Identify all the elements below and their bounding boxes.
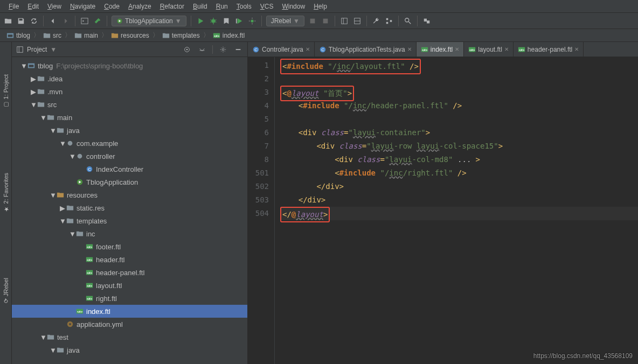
code-line[interactable]: <div class="layui-container"> — [280, 126, 638, 139]
close-icon[interactable]: ✕ — [407, 46, 412, 52]
structure-icon[interactable] — [384, 16, 394, 26]
menu-run[interactable]: Run — [212, 2, 232, 11]
run-config-selector[interactable]: TblogApplication ▼ — [112, 16, 186, 26]
menu-vcs[interactable]: VCS — [256, 2, 278, 11]
breadcrumb-main[interactable]: main — [72, 32, 100, 39]
editor-tab-controller-java[interactable]: CController.java✕ — [248, 42, 315, 57]
menu-edit[interactable]: Edit — [23, 2, 43, 11]
breadcrumb-src[interactable]: src — [41, 32, 64, 39]
tree-src[interactable]: ▼src — [12, 98, 247, 111]
gear-icon[interactable] — [218, 45, 228, 54]
menu-help[interactable]: Help — [309, 2, 331, 11]
menu-view[interactable]: View — [43, 2, 66, 11]
jrebel-label: JRebel — [271, 17, 291, 25]
menu-tools[interactable]: Tools — [232, 2, 256, 11]
breadcrumb-resources[interactable]: resources — [109, 32, 151, 39]
tree-footer-ftl[interactable]: <#>footer.ftl — [12, 240, 247, 253]
stop2-icon[interactable] — [321, 16, 330, 26]
editor-tab-layout-ftl[interactable]: <#>layout.ftl✕ — [464, 42, 514, 57]
collapse-icon[interactable] — [197, 45, 207, 54]
code-area[interactable]: <#include "/inc/layout.ftl" /><@layout "… — [275, 57, 638, 364]
code-line[interactable]: <#include "/inc/layout.ftl" /> — [280, 59, 638, 72]
code-line[interactable]: </div> — [280, 180, 638, 193]
tree-right-ftl[interactable]: <#>right.ftl — [12, 292, 247, 305]
tree--mvn[interactable]: ▶.mvn — [12, 85, 247, 98]
code-line[interactable]: </@layout> — [280, 207, 638, 220]
close-icon[interactable]: ✕ — [455, 46, 459, 52]
menu-navigate[interactable]: Navigate — [66, 2, 100, 11]
hammer-icon[interactable] — [93, 16, 102, 26]
profile2-icon[interactable] — [247, 16, 257, 26]
code-line[interactable]: <div class="layui-col-md8" ... > — [280, 153, 638, 166]
editor-tab-header-panel-ftl[interactable]: <#>header-panel.ftl✕ — [514, 42, 584, 57]
forward-icon[interactable] — [61, 16, 71, 26]
close-icon[interactable]: ✕ — [504, 46, 509, 52]
tree-tblog[interactable]: ▼tblogF:\projects\spring-boot\tblog — [12, 59, 247, 72]
layout2-icon[interactable] — [352, 16, 362, 26]
code-line[interactable]: <div class="layui-row layui-col-space15"… — [280, 139, 638, 153]
coverage-icon[interactable] — [221, 16, 231, 26]
menu-build[interactable]: Build — [189, 2, 212, 11]
run-console-icon[interactable] — [80, 16, 89, 26]
tree-indexcontroller[interactable]: CIndexController — [12, 163, 247, 176]
code-line[interactable] — [280, 113, 638, 126]
code-line[interactable]: <#include "/inc/header-panel.ftl" /> — [280, 99, 638, 113]
tree--idea[interactable]: ▶.idea — [12, 72, 247, 85]
sync-icon[interactable] — [29, 16, 39, 26]
tree-header-ftl[interactable]: <#>header.ftl — [12, 253, 247, 266]
scroll-from-source-icon[interactable] — [182, 45, 192, 54]
editor-tab-tblogapplicationtests-java[interactable]: CTblogApplicationTests.java✕ — [315, 42, 417, 57]
run-icon[interactable] — [196, 16, 205, 26]
hide-icon[interactable] — [233, 45, 243, 54]
menu-refactor[interactable]: Refactor — [156, 2, 189, 11]
tree-com-example[interactable]: ▼com.example — [12, 137, 247, 150]
menu-code[interactable]: Code — [100, 2, 124, 11]
layout-icon[interactable] — [339, 16, 349, 26]
tree-java[interactable]: ▼java — [12, 344, 247, 356]
lang-icon[interactable] — [422, 16, 432, 26]
save-icon[interactable] — [16, 16, 26, 26]
sidetab-project[interactable]: ▢ 1: Project — [2, 74, 9, 108]
open-icon[interactable] — [3, 16, 13, 26]
tree-resources[interactable]: ▼resources — [12, 188, 247, 201]
menu-file[interactable]: File — [4, 2, 23, 11]
tree-static-res[interactable]: ▶static.res — [12, 201, 247, 214]
tree-main[interactable]: ▼main — [12, 111, 247, 124]
close-icon[interactable]: ✕ — [306, 46, 310, 52]
tree-inc[interactable]: ▼inc — [12, 227, 247, 240]
svg-rect-12 — [386, 22, 389, 24]
breadcrumb-templates[interactable]: templates — [160, 32, 202, 39]
code-line[interactable]: <@layout "首页"> — [280, 86, 638, 99]
breadcrumb-index.ftl[interactable]: <#>index.ftl — [211, 32, 247, 39]
sidetab-favorites[interactable]: ★ 2: Favorites — [2, 173, 9, 213]
tree-templates[interactable]: ▼templates — [12, 214, 247, 227]
code-line[interactable] — [280, 72, 638, 86]
tree-test[interactable]: ▼test — [12, 331, 247, 344]
stop-icon[interactable] — [308, 16, 317, 26]
tree-layout-ftl[interactable]: <#>layout.ftl — [12, 279, 247, 292]
close-icon[interactable]: ✕ — [574, 46, 579, 52]
sidetab-jrebel[interactable]: ⟳ JRebel — [2, 278, 9, 303]
svg-text:C: C — [321, 47, 324, 52]
editor-tab-index-ftl[interactable]: <#>index.ftl✕ — [417, 42, 464, 57]
tree-tblogapplication[interactable]: TblogApplication — [12, 176, 247, 188]
breadcrumb-tblog[interactable]: tblog — [4, 32, 32, 39]
tree-application-yml[interactable]: application.yml — [12, 318, 247, 331]
code-line[interactable]: </div> — [280, 193, 638, 207]
menu-analyze[interactable]: Analyze — [124, 2, 156, 11]
tree-controller[interactable]: ▼controller — [12, 150, 247, 163]
tree-java[interactable]: ▼java — [12, 124, 247, 137]
code-line[interactable]: <#include "/inc/right.ftl" /> — [280, 166, 638, 180]
tree-header-panel-ftl[interactable]: <#>header-panel.ftl — [12, 266, 247, 279]
editor-tabs: CController.java✕CTblogApplicationTests.… — [248, 42, 638, 57]
debug-icon[interactable] — [209, 16, 218, 26]
svg-point-25 — [186, 48, 188, 50]
jrebel-selector[interactable]: JRebel ▼ — [266, 16, 304, 26]
project-tree[interactable]: ▼tblogF:\projects\spring-boot\tblog▶.ide… — [12, 57, 247, 364]
wrench-icon[interactable] — [371, 16, 381, 26]
back-icon[interactable] — [48, 16, 58, 26]
menu-window[interactable]: Window — [278, 2, 309, 11]
profile-icon[interactable] — [234, 16, 244, 26]
tree-index-ftl[interactable]: <#>index.ftl — [12, 305, 247, 318]
search-icon[interactable] — [403, 16, 413, 26]
